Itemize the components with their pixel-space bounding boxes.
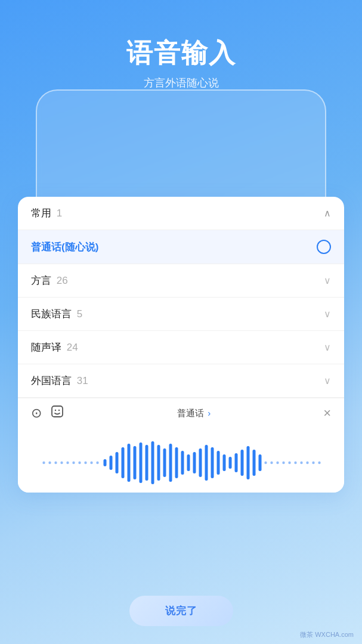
- input-toolbar: ⊙ 普通话 › ×: [18, 398, 344, 428]
- current-language-button[interactable]: 普通话 ›: [177, 408, 211, 419]
- section-dialect-label: 方言 26: [31, 274, 68, 287]
- svg-point-41: [270, 462, 273, 464]
- svg-rect-22: [157, 445, 160, 481]
- waveform-svg: [24, 439, 338, 487]
- section-translate[interactable]: 随声译 24 ∨: [18, 331, 344, 364]
- svg-point-9: [78, 462, 81, 464]
- svg-rect-21: [151, 441, 154, 484]
- face-icon[interactable]: [50, 404, 64, 422]
- svg-point-47: [306, 462, 308, 464]
- svg-rect-23: [163, 448, 166, 477]
- section-dialect[interactable]: 方言 26 ∨: [18, 264, 344, 298]
- svg-point-7: [66, 462, 69, 464]
- svg-point-49: [318, 462, 320, 464]
- svg-point-12: [96, 462, 98, 464]
- svg-rect-29: [199, 448, 202, 477]
- language-selector-card: 常用 1 ∧ 普通话(随心说) 方言 26 ∨ 民族语言 5 ∨ 随声译 24 …: [18, 197, 344, 493]
- svg-rect-0: [52, 406, 63, 417]
- svg-point-1: [55, 410, 56, 411]
- page-subtitle: 方言外语随心说: [0, 76, 362, 90]
- svg-rect-37: [247, 446, 250, 479]
- svg-rect-34: [229, 457, 232, 469]
- section-ethnic[interactable]: 民族语言 5 ∨: [18, 298, 344, 331]
- svg-rect-28: [193, 452, 196, 473]
- section-frequent-label: 常用 1: [31, 206, 62, 220]
- svg-point-11: [90, 462, 92, 464]
- section-frequent[interactable]: 常用 1 ∧: [18, 197, 344, 230]
- svg-rect-35: [235, 453, 238, 472]
- chevron-down-translate-icon: ∨: [324, 342, 331, 353]
- svg-point-48: [312, 462, 314, 464]
- svg-rect-38: [253, 450, 256, 476]
- watermark: 微茶 WXCHA.com: [300, 630, 354, 639]
- svg-rect-30: [205, 445, 208, 481]
- section-translate-label: 随声译 24: [31, 340, 78, 354]
- svg-rect-13: [104, 459, 107, 466]
- svg-rect-24: [169, 444, 172, 482]
- svg-rect-18: [134, 446, 137, 479]
- svg-rect-27: [187, 454, 190, 471]
- svg-point-45: [294, 462, 296, 464]
- done-button[interactable]: 说完了: [129, 596, 233, 626]
- svg-point-10: [84, 462, 86, 464]
- section-foreign-label: 外国语言 31: [31, 374, 88, 388]
- chevron-down-ethnic-icon: ∨: [324, 308, 331, 320]
- svg-point-5: [54, 462, 57, 464]
- svg-rect-16: [122, 447, 125, 478]
- chevron-down-foreign-icon: ∨: [324, 375, 331, 386]
- radio-selected-icon: [317, 240, 331, 254]
- language-item-label: 普通话(随心说): [31, 240, 98, 254]
- svg-rect-15: [116, 452, 119, 473]
- svg-point-42: [276, 462, 279, 464]
- waveform-display: [18, 428, 344, 493]
- svg-point-46: [300, 462, 302, 464]
- svg-rect-32: [217, 451, 220, 475]
- close-button[interactable]: ×: [323, 405, 331, 421]
- svg-rect-14: [110, 456, 113, 470]
- svg-point-44: [288, 462, 290, 464]
- svg-rect-25: [175, 447, 178, 478]
- header: 语音输入 方言外语随心说: [0, 0, 362, 102]
- svg-point-43: [282, 462, 284, 464]
- svg-rect-26: [181, 451, 184, 475]
- svg-point-4: [48, 462, 51, 464]
- svg-rect-33: [223, 454, 226, 471]
- svg-rect-17: [128, 444, 131, 482]
- svg-point-2: [58, 410, 60, 411]
- toolbar-left-icons: ⊙: [31, 404, 64, 422]
- chevron-down-dialect-icon: ∨: [324, 275, 331, 286]
- svg-point-3: [42, 462, 45, 464]
- section-ethnic-label: 民族语言 5: [31, 307, 82, 321]
- svg-rect-20: [146, 445, 148, 481]
- svg-point-8: [72, 462, 75, 464]
- language-item-putonghua[interactable]: 普通话(随心说): [18, 230, 344, 264]
- section-foreign[interactable]: 外国语言 31 ∨: [18, 364, 344, 398]
- svg-point-6: [60, 462, 63, 464]
- svg-point-40: [264, 462, 267, 464]
- done-button-area: 说完了: [0, 596, 362, 626]
- camera-icon[interactable]: ⊙: [31, 405, 42, 421]
- svg-rect-19: [140, 442, 143, 483]
- chevron-up-icon: ∧: [324, 208, 331, 219]
- svg-rect-39: [259, 454, 262, 471]
- svg-rect-31: [211, 447, 214, 478]
- svg-rect-36: [241, 450, 244, 476]
- page-title: 语音输入: [0, 36, 362, 71]
